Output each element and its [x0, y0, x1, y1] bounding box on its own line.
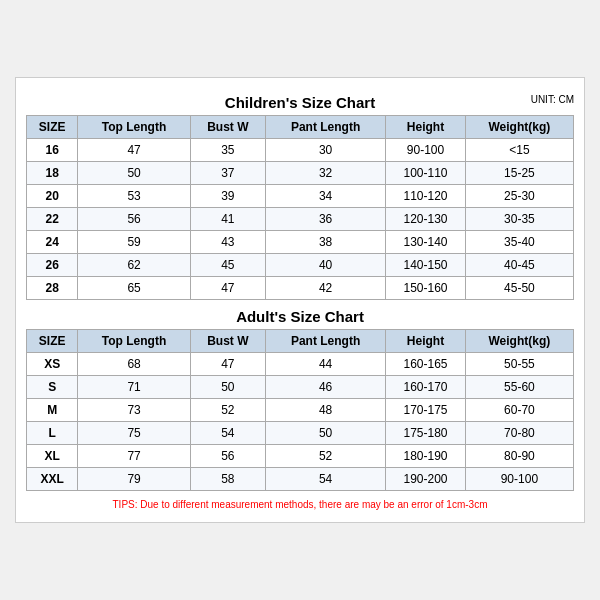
table-cell: 52 — [190, 399, 265, 422]
adults-col-pantlength: Pant Length — [265, 330, 385, 353]
table-row: XXL795854190-20090-100 — [27, 468, 574, 491]
table-cell: 190-200 — [386, 468, 465, 491]
table-cell: 170-175 — [386, 399, 465, 422]
table-cell: 32 — [265, 162, 385, 185]
table-cell: 160-170 — [386, 376, 465, 399]
table-cell: 56 — [78, 208, 191, 231]
table-cell: 25-30 — [465, 185, 573, 208]
table-cell: 50 — [265, 422, 385, 445]
table-cell: 73 — [78, 399, 191, 422]
table-row: XL775652180-19080-90 — [27, 445, 574, 468]
children-col-size: SIZE — [27, 116, 78, 139]
table-cell: 47 — [190, 353, 265, 376]
table-row: 28654742150-16045-50 — [27, 277, 574, 300]
table-cell: S — [27, 376, 78, 399]
table-cell: 175-180 — [386, 422, 465, 445]
table-row: 18503732100-11015-25 — [27, 162, 574, 185]
adults-tbody: XS684744160-16550-55S715046160-17055-60M… — [27, 353, 574, 491]
children-col-weight: Weight(kg) — [465, 116, 573, 139]
table-cell: XL — [27, 445, 78, 468]
table-cell: 22 — [27, 208, 78, 231]
table-cell: 46 — [265, 376, 385, 399]
table-cell: <15 — [465, 139, 573, 162]
children-table: SIZE Top Length Bust W Pant Length Heigh… — [26, 115, 574, 300]
table-cell: 75 — [78, 422, 191, 445]
table-cell: 55-60 — [465, 376, 573, 399]
adults-col-weight: Weight(kg) — [465, 330, 573, 353]
table-cell: 39 — [190, 185, 265, 208]
table-cell: 47 — [78, 139, 191, 162]
adults-title-text: Adult's Size Chart — [236, 308, 364, 325]
table-cell: 37 — [190, 162, 265, 185]
table-cell: 140-150 — [386, 254, 465, 277]
children-tbody: 1647353090-100<1518503732100-11015-25205… — [27, 139, 574, 300]
adults-col-size: SIZE — [27, 330, 78, 353]
table-cell: 42 — [265, 277, 385, 300]
table-cell: 30 — [265, 139, 385, 162]
unit-label: UNIT: CM — [531, 94, 574, 105]
table-cell: 47 — [190, 277, 265, 300]
table-cell: 58 — [190, 468, 265, 491]
table-cell: 45 — [190, 254, 265, 277]
table-cell: 54 — [190, 422, 265, 445]
adults-col-toplength: Top Length — [78, 330, 191, 353]
table-cell: 20 — [27, 185, 78, 208]
table-cell: L — [27, 422, 78, 445]
table-cell: 68 — [78, 353, 191, 376]
table-cell: 30-35 — [465, 208, 573, 231]
adults-title: Adult's Size Chart — [26, 300, 574, 329]
table-cell: 18 — [27, 162, 78, 185]
table-cell: 28 — [27, 277, 78, 300]
table-cell: 160-165 — [386, 353, 465, 376]
table-cell: 52 — [265, 445, 385, 468]
table-cell: 79 — [78, 468, 191, 491]
table-cell: 40 — [265, 254, 385, 277]
table-cell: 70-80 — [465, 422, 573, 445]
table-cell: 50-55 — [465, 353, 573, 376]
table-cell: 35 — [190, 139, 265, 162]
table-row: 20533934110-12025-30 — [27, 185, 574, 208]
table-cell: 65 — [78, 277, 191, 300]
table-cell: 43 — [190, 231, 265, 254]
table-cell: 90-100 — [386, 139, 465, 162]
table-cell: 16 — [27, 139, 78, 162]
table-cell: 50 — [190, 376, 265, 399]
table-cell: 56 — [190, 445, 265, 468]
table-cell: 62 — [78, 254, 191, 277]
adults-col-bustw: Bust W — [190, 330, 265, 353]
table-row: 24594338130-14035-40 — [27, 231, 574, 254]
table-row: 1647353090-100<15 — [27, 139, 574, 162]
table-cell: 45-50 — [465, 277, 573, 300]
table-cell: 38 — [265, 231, 385, 254]
table-cell: 100-110 — [386, 162, 465, 185]
table-cell: 34 — [265, 185, 385, 208]
children-header-row: SIZE Top Length Bust W Pant Length Heigh… — [27, 116, 574, 139]
table-cell: M — [27, 399, 78, 422]
adults-header-row: SIZE Top Length Bust W Pant Length Heigh… — [27, 330, 574, 353]
table-cell: 26 — [27, 254, 78, 277]
table-cell: 36 — [265, 208, 385, 231]
table-row: S715046160-17055-60 — [27, 376, 574, 399]
table-cell: 120-130 — [386, 208, 465, 231]
chart-container: Children's Size Chart UNIT: CM SIZE Top … — [15, 77, 585, 523]
children-col-bustw: Bust W — [190, 116, 265, 139]
children-title-text: Children's Size Chart — [225, 94, 375, 111]
table-cell: 150-160 — [386, 277, 465, 300]
table-cell: 15-25 — [465, 162, 573, 185]
children-title: Children's Size Chart UNIT: CM — [26, 88, 574, 115]
table-cell: 90-100 — [465, 468, 573, 491]
children-col-height: Height — [386, 116, 465, 139]
table-row: XS684744160-16550-55 — [27, 353, 574, 376]
table-row: L755450175-18070-80 — [27, 422, 574, 445]
table-row: 22564136120-13030-35 — [27, 208, 574, 231]
table-cell: 77 — [78, 445, 191, 468]
children-col-pantlength: Pant Length — [265, 116, 385, 139]
table-cell: 59 — [78, 231, 191, 254]
table-cell: 24 — [27, 231, 78, 254]
table-cell: 130-140 — [386, 231, 465, 254]
table-cell: 180-190 — [386, 445, 465, 468]
adults-table: SIZE Top Length Bust W Pant Length Heigh… — [26, 329, 574, 491]
table-cell: 54 — [265, 468, 385, 491]
table-cell: XXL — [27, 468, 78, 491]
table-cell: 40-45 — [465, 254, 573, 277]
